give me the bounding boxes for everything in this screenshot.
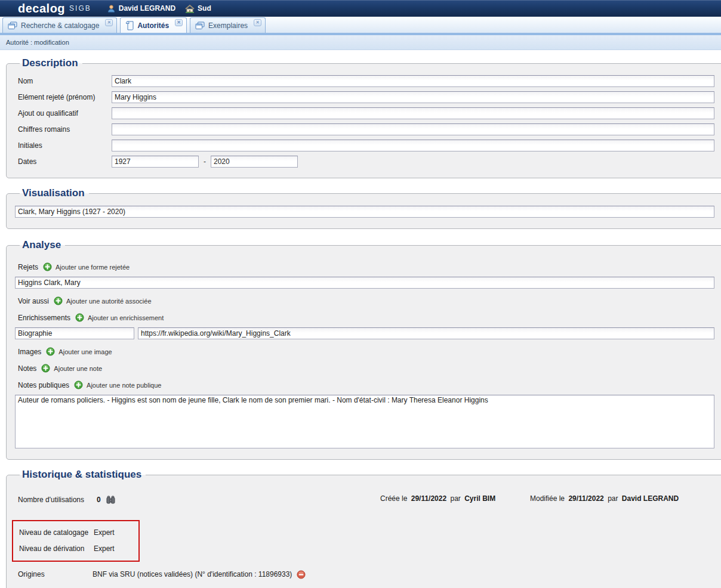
origines-label: Origines — [18, 570, 93, 578]
analyse-legend: Analyse — [20, 239, 65, 251]
enrichissements-label: Enrichissements — [18, 314, 70, 322]
tab-recherche-catalogage[interactable]: Recherche & catalogage ✕ — [2, 17, 117, 33]
nom-label: Nom — [18, 77, 112, 85]
tab-label: Recherche & catalogage — [21, 21, 99, 30]
current-site[interactable]: Sud — [185, 4, 211, 13]
origines-value: BNF via SRU (notices validées) (N° d'ide… — [93, 570, 292, 578]
tab-exemplaires[interactable]: Exemplaires ✕ — [190, 17, 266, 33]
tab-autorites[interactable]: Autorités ✕ — [120, 17, 187, 33]
close-tab-icon[interactable]: ✕ — [175, 19, 183, 26]
home-icon — [185, 4, 195, 13]
tab-label: Exemplaires — [208, 21, 248, 30]
add-icon — [75, 313, 84, 322]
nombre-utilisations-label: Nombre d'utilisations — [18, 496, 93, 504]
creation-date: 29/11/2022 — [411, 494, 446, 503]
user-icon — [107, 4, 116, 13]
niveau-derivation-label: Niveau de dérivation — [19, 544, 94, 553]
notes-label: Notes — [18, 364, 36, 373]
add-icon — [54, 296, 63, 305]
add-note-button[interactable]: Ajouter une note — [41, 364, 102, 373]
images-label: Images — [18, 348, 41, 356]
windows-stack-icon — [195, 21, 205, 30]
modification-user: David LEGRAND — [622, 494, 679, 503]
current-site-name: Sud — [198, 4, 211, 13]
element-rejete-label: Elément rejeté (prénom) — [18, 93, 112, 101]
binoculars-icon[interactable] — [106, 496, 115, 504]
modification-info: Modifiée le 29/11/2022 par David LEGRAND — [530, 494, 680, 503]
nom-input[interactable] — [112, 75, 714, 87]
app-logo-suffix: SIGB — [69, 4, 91, 13]
add-icon — [43, 262, 52, 271]
enrichissement-type-input[interactable] — [15, 327, 134, 339]
windows-stack-icon — [8, 21, 17, 30]
add-rejet-button[interactable]: Ajouter une forme rejetée — [43, 262, 130, 271]
niveau-derivation-value: Expert — [94, 544, 115, 553]
modification-date: 29/11/2022 — [568, 494, 603, 503]
app-logo: decalog — [18, 2, 65, 14]
top-bar: decalog SIGB David LEGRAND Sud — [0, 0, 721, 17]
rejet-input[interactable] — [15, 277, 714, 289]
initiales-label: Initiales — [18, 141, 112, 150]
ajout-qualificatif-input[interactable] — [112, 107, 714, 119]
visualisation-legend: Visualisation — [20, 187, 89, 199]
add-icon — [41, 364, 50, 373]
dates-label: Dates — [18, 157, 112, 166]
creation-user: Cyril BIM — [464, 494, 495, 503]
enrichissement-url-input[interactable] — [138, 327, 714, 339]
chiffres-romains-input[interactable] — [112, 123, 714, 135]
description-legend: Description — [20, 57, 82, 69]
niveau-catalogage-label: Niveau de catalogage — [19, 528, 94, 537]
date-fin-input[interactable] — [211, 156, 298, 168]
current-user-name: David LEGRAND — [119, 4, 175, 13]
rejets-label: Rejets — [18, 263, 38, 271]
current-user[interactable]: David LEGRAND — [107, 4, 175, 13]
add-autorite-associee-button[interactable]: Ajouter une autorité associée — [54, 296, 151, 305]
add-icon — [74, 380, 83, 389]
historique-section: Historique & statistiques Nombre d'utili… — [6, 469, 721, 588]
analyse-section: Analyse Rejets Ajouter une forme rejetée… — [6, 239, 721, 460]
add-enrichissement-button[interactable]: Ajouter un enrichissement — [75, 313, 164, 322]
nombre-utilisations-value: 0 — [97, 496, 101, 504]
creation-info: Créée le 29/11/2022 par Cyril BIM — [380, 494, 497, 503]
tab-bar: Recherche & catalogage ✕ Autorités ✕ Exe… — [0, 17, 721, 33]
element-rejete-input[interactable] — [112, 91, 714, 103]
annotation-highlight-box: Niveau de catalogage Expert Niveau de dé… — [12, 520, 140, 562]
close-tab-icon[interactable]: ✕ — [105, 19, 113, 26]
initiales-input[interactable] — [112, 140, 714, 151]
notes-publiques-label: Notes publiques — [18, 381, 69, 389]
visualisation-value — [15, 206, 714, 218]
add-icon — [46, 347, 55, 356]
close-tab-icon[interactable]: ✕ — [254, 19, 261, 26]
visualisation-section: Visualisation — [6, 187, 721, 229]
historique-legend: Historique & statistiques — [20, 469, 146, 481]
ajout-qualificatif-label: Ajout ou qualificatif — [18, 109, 112, 117]
niveau-catalogage-value: Expert — [94, 528, 115, 537]
remove-icon[interactable] — [297, 570, 306, 579]
description-section: Description Nom Elément rejeté (prénom) … — [6, 57, 721, 178]
scroll-icon — [125, 21, 134, 30]
add-image-button[interactable]: Ajouter une image — [46, 347, 112, 356]
dates-separator: - — [204, 157, 206, 166]
voir-aussi-label: Voir aussi — [18, 297, 49, 305]
chiffres-romains-label: Chiffres romains — [18, 125, 112, 134]
date-debut-input[interactable] — [112, 156, 199, 168]
tab-label: Autorités — [137, 21, 169, 30]
add-note-publique-button[interactable]: Ajouter une note publique — [74, 380, 161, 389]
note-publique-textarea[interactable]: Auteur de romans policiers. - Higgins es… — [15, 395, 714, 448]
breadcrumb: Autorité : modification — [0, 35, 721, 50]
